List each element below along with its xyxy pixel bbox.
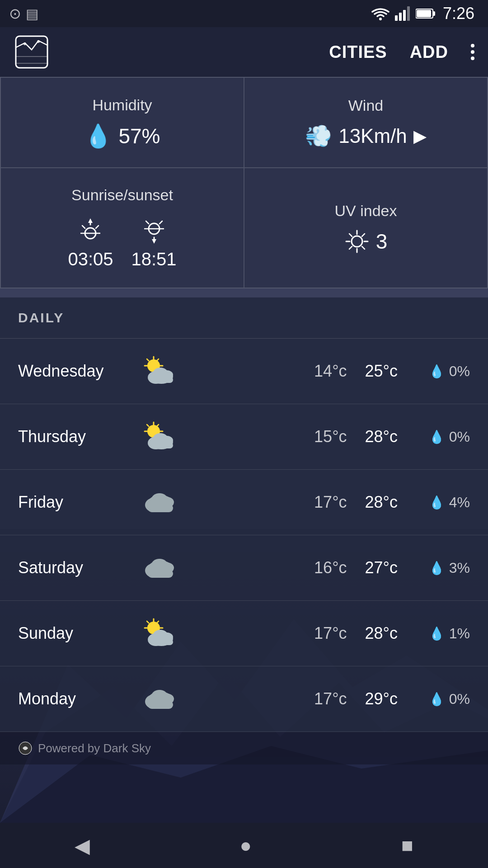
humidity-cell: Humidity 💧 57% — [0, 77, 244, 168]
forecast-icon-partly_cloudy — [131, 615, 185, 651]
forecast-temps: 17°c 28°c 💧 4% — [314, 493, 470, 512]
svg-line-44 — [157, 359, 159, 361]
humidity-icon: 💧 — [84, 123, 112, 149]
wind-label: Wind — [348, 97, 383, 114]
back-button[interactable]: ◀ — [75, 834, 90, 857]
forecast-day: Monday — [18, 689, 131, 708]
precip: 💧 0% — [416, 429, 470, 445]
uv-index-cell: UV index 3 — [244, 168, 488, 288]
wind-direction-icon: ▶ — [413, 126, 427, 146]
wind-value: 13Km/h — [338, 125, 407, 147]
precip-value: 1% — [449, 625, 470, 642]
sunrise-item: 03:05 — [68, 217, 113, 269]
status-icons — [371, 6, 436, 21]
forecast-row[interactable]: Monday 17°c 29°c 💧 0% — [0, 666, 488, 732]
temp-max: 28°c — [365, 624, 398, 643]
svg-line-28 — [160, 221, 162, 224]
status-left-icons: ⊙ ▤ — [9, 5, 38, 22]
weather-info-grid: Humidity 💧 57% Wind 💨 13Km/h ▶ Sunrise/s… — [0, 77, 488, 288]
precip: 💧 1% — [416, 625, 470, 642]
forecast-row[interactable]: Friday 17°c 28°c 💧 4% — [0, 470, 488, 535]
svg-rect-71 — [148, 570, 173, 578]
sunset-icon — [141, 217, 168, 245]
svg-line-37 — [349, 246, 352, 249]
svg-line-35 — [362, 246, 365, 249]
temp-max: 27°c — [365, 558, 398, 577]
sd-card-icon: ▤ — [26, 6, 38, 22]
circle-icon: ⊙ — [9, 5, 21, 22]
bottom-nav: ◀ ● ■ — [0, 823, 488, 868]
rain-drop-icon: 💧 — [429, 495, 445, 510]
precip-value: 0% — [449, 363, 470, 380]
forecast-row[interactable]: Thursday 15°c 28°c — [0, 404, 488, 470]
forecast-row[interactable]: Saturday 16°c 27°c 💧 3% — [0, 535, 488, 601]
sunrise-times: 03:05 18:51 — [68, 217, 176, 269]
svg-rect-7 — [403, 10, 406, 21]
add-button[interactable]: ADD — [410, 42, 448, 62]
more-button[interactable] — [471, 44, 474, 60]
forecast-day: Wednesday — [18, 362, 131, 381]
temp-min: 17°c — [314, 624, 347, 643]
rain-drop-icon: 💧 — [429, 692, 445, 707]
svg-rect-66 — [148, 504, 173, 512]
svg-line-43 — [147, 359, 149, 361]
daily-section: DAILY Wednesday — [0, 297, 488, 732]
app-logo — [14, 34, 50, 70]
signal-icon — [395, 6, 410, 21]
home-button[interactable]: ● — [239, 834, 252, 857]
svg-marker-25 — [152, 239, 156, 244]
temp-min: 17°c — [314, 689, 347, 708]
svg-rect-8 — [407, 6, 410, 21]
wind-icon: 💨 — [305, 123, 332, 149]
svg-line-22 — [96, 226, 99, 228]
temp-max: 29°c — [365, 689, 398, 708]
forecast-list: Wednesday 14°c 25°c — [0, 339, 488, 732]
forecast-row[interactable]: Sunday 17°c 28°c — [0, 601, 488, 666]
svg-line-34 — [349, 234, 352, 236]
temp-max: 28°c — [365, 493, 398, 512]
svg-line-36 — [362, 234, 365, 236]
forecast-day: Thursday — [18, 427, 131, 446]
sunset-time: 18:51 — [131, 249, 177, 269]
forecast-temps: 16°c 27°c 💧 3% — [314, 558, 470, 577]
cities-button[interactable]: CITIES — [329, 42, 387, 62]
uv-value: 3 — [376, 229, 388, 254]
humidity-label: Humidity — [92, 96, 152, 114]
sunrise-icon — [77, 217, 104, 245]
svg-marker-19 — [88, 218, 93, 223]
svg-line-78 — [157, 621, 159, 623]
temp-min: 16°c — [314, 558, 347, 577]
forecast-day: Saturday — [18, 558, 131, 577]
dot2 — [471, 50, 474, 54]
powered-by-text: Powered by Dark Sky — [38, 741, 151, 755]
uv-label: UV index — [335, 202, 397, 220]
sunrise-sunset-cell: Sunrise/sunset 03:05 — [0, 168, 244, 288]
top-nav: CITIES ADD — [0, 27, 488, 77]
svg-point-15 — [23, 42, 26, 45]
recent-button[interactable]: ■ — [401, 834, 413, 857]
temp-min: 15°c — [314, 427, 347, 446]
svg-line-56 — [157, 425, 159, 426]
svg-line-55 — [147, 425, 149, 426]
sunset-item: 18:51 — [131, 217, 177, 269]
humidity-value-row: 💧 57% — [84, 123, 160, 149]
forecast-temps: 15°c 28°c 💧 0% — [314, 427, 470, 446]
forecast-row[interactable]: Wednesday 14°c 25°c — [0, 339, 488, 404]
dot1 — [471, 44, 474, 47]
temp-max: 28°c — [365, 427, 398, 446]
rain-drop-icon: 💧 — [429, 626, 445, 641]
temp-max: 25°c — [365, 362, 398, 381]
svg-point-29 — [352, 236, 362, 247]
svg-rect-88 — [148, 701, 173, 709]
precip: 💧 4% — [416, 494, 470, 511]
rain-drop-icon: 💧 — [429, 561, 445, 576]
svg-rect-6 — [399, 13, 402, 21]
sunrise-time: 03:05 — [68, 249, 113, 269]
precip-value: 0% — [449, 691, 470, 708]
forecast-temps: 14°c 25°c 💧 0% — [314, 362, 470, 381]
precip-value: 3% — [449, 560, 470, 576]
svg-point-4 — [379, 18, 382, 20]
precip: 💧 0% — [416, 363, 470, 380]
dark-sky-icon — [18, 741, 33, 755]
svg-line-21 — [82, 226, 85, 228]
